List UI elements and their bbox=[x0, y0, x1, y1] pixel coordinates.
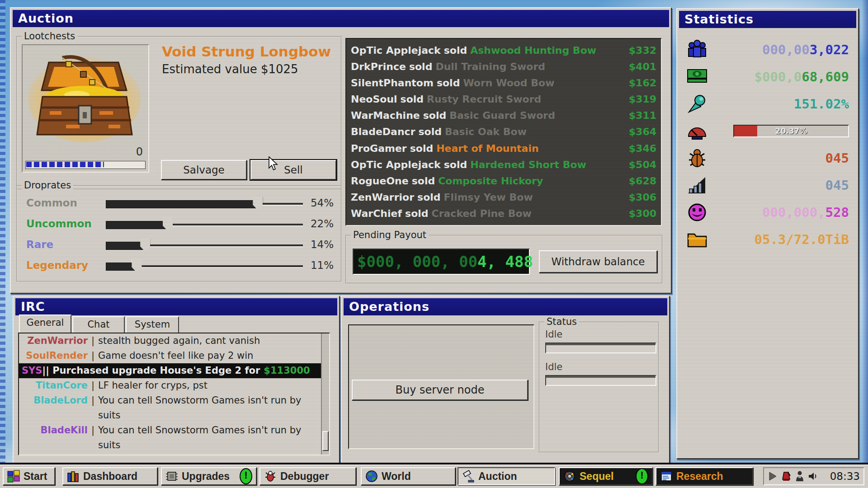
sale-item: Worn Wood Bow bbox=[463, 77, 554, 89]
stat-signal-value: 045 bbox=[826, 178, 849, 193]
droprate-slider-common[interactable] bbox=[106, 195, 303, 211]
irc-nick: BladeLord bbox=[19, 393, 88, 408]
sale-item: Heart of Mountain bbox=[436, 143, 538, 154]
sale-item: Rusty Recruit Sword bbox=[427, 94, 541, 105]
sale-price: $346 bbox=[629, 143, 656, 154]
chest-count: 0 bbox=[136, 145, 143, 158]
taskbar-button-debugger[interactable]: Debugger bbox=[259, 467, 356, 485]
load-progress-bar: 20.37% bbox=[733, 125, 849, 137]
upgrades-alert-badge: ! bbox=[240, 468, 252, 484]
irc-text: Game doesn't feel like pay 2 win bbox=[98, 348, 253, 363]
bug-icon bbox=[686, 147, 708, 169]
boost-comet-icon bbox=[686, 93, 708, 115]
sale-price: $364 bbox=[629, 126, 656, 137]
withdraw-balance-button[interactable]: Withdraw balance bbox=[539, 250, 657, 273]
buy-server-node-button[interactable]: Buy server node bbox=[352, 380, 528, 400]
irc-message: SoulRender|Game doesn't feel like pay 2 … bbox=[19, 348, 329, 363]
irc-message-list[interactable]: ZenWarrior|stealth bugged again, cant va… bbox=[18, 333, 330, 455]
operations-window: Operations Buy server node Status Idle I… bbox=[341, 296, 670, 465]
tab-system[interactable]: System bbox=[126, 316, 179, 333]
tab-chat[interactable]: Chat bbox=[72, 316, 125, 333]
irc-message: ZenWarrior|stealth bugged again, cant va… bbox=[19, 333, 329, 348]
taskbar-button-auction[interactable]: Auction bbox=[458, 467, 555, 485]
irc-scrollbar-thumb[interactable] bbox=[322, 431, 329, 451]
server-node-list[interactable]: Buy server node bbox=[348, 324, 534, 449]
agent-tray-icon[interactable] bbox=[795, 470, 805, 482]
lootchest-item-value: Estimated value $1025 bbox=[162, 62, 298, 76]
speaker-tray-icon[interactable] bbox=[807, 471, 818, 482]
start-button[interactable]: Start bbox=[3, 467, 55, 485]
droprate-slider-uncommon[interactable] bbox=[106, 216, 303, 232]
droprate-slider-rare[interactable] bbox=[106, 237, 303, 253]
upgrades-chip-icon bbox=[165, 470, 178, 483]
droprate-slider-legendary[interactable] bbox=[106, 258, 303, 274]
sale-item: Ashwood Hunting Bow bbox=[470, 45, 596, 56]
irc-text: You can tell Snowstorm Games isn't run b… bbox=[98, 393, 315, 423]
droprate-percent: 14% bbox=[311, 239, 334, 250]
sale-price: $162 bbox=[629, 77, 656, 89]
irc-text: You can tell Snowstorm Games isn't run b… bbox=[98, 423, 315, 453]
sale-item: Basic Oak Bow bbox=[445, 126, 527, 137]
sale-price: $311 bbox=[629, 110, 656, 121]
chest-progress-bar bbox=[25, 161, 146, 169]
droprate-percent: 54% bbox=[311, 197, 334, 209]
irc-system-message: SYS|| Purchased upgrade House's Edge 2 f… bbox=[19, 363, 329, 378]
smiley-icon bbox=[686, 202, 708, 223]
taskbar-clock: 08:33 bbox=[830, 470, 860, 482]
taskbar-button-research[interactable]: Research bbox=[656, 467, 753, 485]
start-logo-icon bbox=[7, 470, 20, 483]
taskbar: Start Dashboard Upgrades ! Debugger bbox=[0, 465, 868, 488]
players-icon bbox=[686, 39, 708, 61]
sale-row: OpTic ApplejacksoldAshwood Hunting Bow$3… bbox=[351, 45, 656, 56]
fez-hat-tray-icon[interactable] bbox=[780, 470, 792, 482]
irc-nick: SYS bbox=[22, 363, 42, 378]
salvage-button[interactable]: Salvage bbox=[161, 160, 247, 180]
statistics-window-title: Statistics bbox=[679, 11, 856, 28]
droprates-group: Droprates Common 54% Uncommon 22% bbox=[16, 185, 342, 282]
taskbar-button-dashboard[interactable]: Dashboard bbox=[62, 467, 158, 485]
lootchest-image-panel[interactable]: 0 bbox=[22, 44, 149, 173]
statistics-window: Statistics 000,003,022 $000,068,609 bbox=[676, 8, 859, 459]
irc-window: IRC General Chat System ZenWarrior|steal… bbox=[13, 296, 340, 465]
irc-scrollbar[interactable] bbox=[321, 333, 329, 455]
irc-message: BladeKill|You can tell Snowstorm Games i… bbox=[19, 423, 329, 453]
sale-item: Flimsy Yew Bow bbox=[444, 192, 533, 203]
sale-row: ProGamersoldHeart of Mountain$346 bbox=[351, 143, 656, 154]
tab-general[interactable]: General bbox=[19, 314, 71, 333]
crt-edge-left bbox=[0, 0, 5, 488]
crt-edge-right bbox=[862, 0, 868, 488]
sale-price: $401 bbox=[629, 61, 656, 72]
irc-text: Purchased upgrade House's Edge 2 for bbox=[52, 363, 260, 378]
stat-bugs-value: 045 bbox=[826, 150, 849, 166]
stat-row-boost: 151.02% bbox=[679, 90, 856, 117]
taskbar-button-upgrades[interactable]: Upgrades ! bbox=[161, 467, 257, 485]
sale-price: $628 bbox=[629, 175, 656, 187]
job2-progress-bar bbox=[545, 375, 656, 386]
operations-window-title: Operations bbox=[344, 298, 667, 315]
chest-progress-fill bbox=[26, 162, 104, 167]
signal-bars-icon bbox=[686, 174, 708, 196]
dashboard-icon bbox=[67, 470, 80, 483]
irc-nick: BladeKill bbox=[19, 423, 88, 438]
irc-text: LF healer for cryps, pst bbox=[98, 378, 208, 393]
play-tray-icon[interactable] bbox=[768, 471, 778, 482]
sell-button[interactable]: Sell bbox=[250, 160, 336, 180]
job1-state: Idle bbox=[545, 329, 562, 340]
sale-item: Hardened Short Bow bbox=[470, 159, 586, 170]
taskbar-button-sequel[interactable]: Sequel ! bbox=[559, 467, 653, 485]
sale-price: $332 bbox=[629, 45, 656, 56]
sale-price: $504 bbox=[629, 159, 656, 170]
sale-row: OpTic ApplejacksoldHardened Short Bow$50… bbox=[351, 159, 656, 170]
taskbar-button-world[interactable]: World bbox=[361, 467, 456, 485]
sale-price: $306 bbox=[629, 192, 656, 203]
lootchest-icon bbox=[23, 45, 146, 150]
stat-row-storage: 05.3/72.0TiB bbox=[679, 226, 856, 253]
droprate-name: Legendary bbox=[26, 259, 88, 271]
irc-nick: TitanCore bbox=[19, 378, 88, 393]
world-globe-icon bbox=[365, 470, 378, 483]
load-progress-label: 20.37% bbox=[734, 126, 848, 136]
desktop: Auction Lootchests bbox=[0, 0, 868, 488]
research-window-icon bbox=[660, 470, 673, 483]
debugger-icon bbox=[264, 470, 277, 483]
mouse-cursor bbox=[269, 156, 280, 172]
